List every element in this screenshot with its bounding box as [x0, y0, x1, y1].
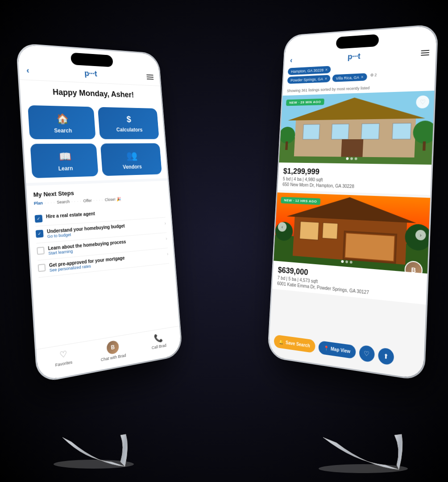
filter-count[interactable]: ⚙ 2: [370, 73, 377, 80]
search-label: Search: [54, 128, 72, 134]
map-view-button[interactable]: 📍 Map View: [318, 340, 356, 358]
scene: ‹ p···t Happy Monday, Asher! 🏠: [0, 0, 448, 482]
svg-rect-11: [285, 141, 288, 150]
logo-left: p···t: [84, 69, 97, 79]
left-screen: ‹ p···t Happy Monday, Asher! 🏠: [17, 44, 182, 382]
svg-rect-12: [423, 141, 426, 151]
vendors-button[interactable]: 👥 Vendors: [100, 143, 162, 176]
listing-card-2[interactable]: NEW · 12 HRS AGO ‹ › B: [272, 192, 430, 304]
share-action-button[interactable]: ⬆: [378, 347, 394, 366]
phone-right: ‹ p···t Hampton, GA 30228 ×: [267, 24, 439, 382]
calculators-button[interactable]: $ Calculators: [98, 107, 159, 139]
call-brad-label: Call Brad: [152, 343, 167, 350]
phone-left: ‹ p···t Happy Monday, Asher! 🏠: [16, 43, 183, 383]
back-button-right[interactable]: ‹: [290, 56, 293, 65]
step-check-empty-4: [38, 264, 46, 272]
tag-powder[interactable]: Powder Springs, GA ×: [287, 75, 331, 84]
phone-frame-left: ‹ p···t Happy Monday, Asher! 🏠: [16, 43, 183, 383]
nav-chat-brad[interactable]: B Chat with Brad: [88, 337, 137, 364]
new-badge-1: NEW · 29 MIN AGO: [286, 99, 324, 106]
vendors-icon: 👥: [126, 150, 137, 161]
step-check-1: ✓: [35, 215, 43, 223]
phone-inner-right: ‹ p···t Hampton, GA 30228 ×: [269, 25, 437, 380]
listing-image-2: NEW · 12 HRS AGO ‹ › B: [274, 192, 430, 274]
calculators-label: Calculators: [116, 127, 142, 133]
logo-right: p···t: [348, 52, 361, 62]
heart-action-button[interactable]: ♡: [359, 345, 375, 362]
listing-info-1: $1,299,999 5 bd | 4 ba | 4,980 sqft 650 …: [278, 162, 431, 195]
heart-icon: ♡: [59, 349, 67, 360]
map-view-label: Map View: [331, 346, 351, 354]
bell-icon: 🔔: [279, 339, 284, 344]
stand-right: [314, 433, 412, 473]
remove-tag-villa[interactable]: ×: [361, 75, 364, 79]
nav-favorites[interactable]: ♡ Favorites: [37, 345, 89, 374]
save-search-label: Save Search: [286, 340, 310, 348]
svg-rect-18: [345, 233, 395, 262]
learn-button[interactable]: 📖 Learn: [30, 144, 99, 179]
svg-rect-6: [361, 124, 379, 139]
phone-inner-left: ‹ p···t Happy Monday, Asher! 🏠: [17, 44, 182, 382]
menu-button-right[interactable]: [421, 50, 429, 55]
right-screen: ‹ p···t Hampton, GA 30228 ×: [269, 25, 437, 380]
stand-svg-left: [49, 433, 138, 469]
favorites-label: Favorites: [55, 360, 72, 368]
nav-dots-1: [346, 157, 357, 160]
step-check-2: ✓: [36, 230, 44, 238]
svg-rect-7: [392, 123, 411, 139]
search-button[interactable]: 🏠 Search: [28, 105, 96, 139]
step-offer: Offer: [83, 198, 92, 203]
stand-svg-right: [314, 433, 412, 473]
search-icon: 🏠: [56, 113, 69, 125]
nav-call-brad[interactable]: 📞 Call Brad: [136, 330, 181, 356]
learn-label: Learn: [58, 165, 73, 172]
step-search: Search: [57, 199, 70, 205]
back-button-left[interactable]: ‹: [26, 66, 30, 75]
learn-icon: 📖: [58, 151, 71, 163]
grid-buttons: 🏠 Search $ Calculators 📖 Learn: [21, 100, 168, 183]
phone-frame-right: ‹ p···t Hampton, GA 30228 ×: [267, 24, 439, 382]
step-plan: Plan: [34, 201, 43, 206]
svg-rect-8: [341, 139, 363, 157]
vendors-label: Vendors: [123, 164, 142, 170]
save-search-button[interactable]: 🔔 Save Search: [274, 334, 315, 353]
remove-tag-hampton[interactable]: ×: [325, 67, 328, 72]
dynamic-island-left: [71, 53, 113, 67]
map-icon: 📍: [324, 345, 329, 351]
phone-icon: 📞: [153, 332, 163, 344]
svg-rect-19: [299, 221, 319, 240]
svg-rect-20: [322, 223, 338, 239]
stand-left: [49, 433, 138, 469]
brad-avatar: B: [106, 340, 119, 355]
chat-brad-label: Chat with Brad: [100, 353, 126, 362]
remove-tag-powder[interactable]: ×: [325, 76, 328, 81]
tag-villa[interactable]: Villa Rica, GA ×: [332, 73, 367, 82]
svg-rect-4: [303, 124, 320, 139]
svg-rect-5: [332, 124, 349, 139]
listings-scroll[interactable]: NEW · 29 MIN AGO ♡ $1,299,999: [270, 91, 434, 349]
listing-card-1[interactable]: NEW · 29 MIN AGO ♡ $1,299,999: [278, 91, 434, 195]
listing-image-1: NEW · 29 MIN AGO ♡: [279, 91, 434, 165]
step-text-1: Hire a real estate agent: [46, 207, 165, 219]
next-steps-section: My Next Steps Plan · · · · Search · · · …: [26, 181, 179, 349]
menu-button-left[interactable]: [146, 74, 153, 79]
step-check-empty-3: [37, 247, 45, 255]
step-close: Close! 🎉: [105, 197, 121, 202]
calculators-icon: $: [126, 114, 132, 124]
